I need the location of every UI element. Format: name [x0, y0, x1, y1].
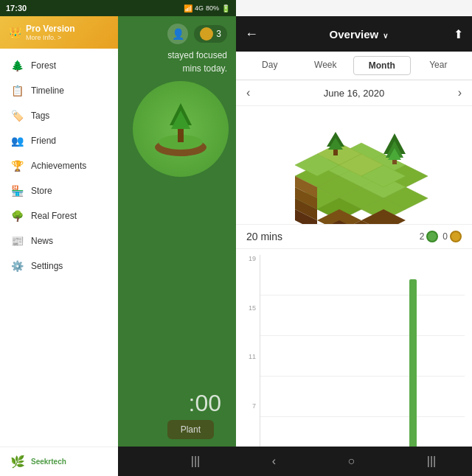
- sidebar-label-store: Store: [31, 186, 52, 196]
- bottom-nav-right: ‹ ○ |||: [236, 447, 472, 476]
- grid-line-2: [260, 376, 465, 377]
- sidebar-item-tags[interactable]: 🏷️ Tags: [0, 103, 118, 128]
- sidebar-footer: 🌿 Seekrtech: [0, 447, 118, 476]
- settings-icon: ⚙️: [10, 260, 24, 272]
- y-label-11: 11: [243, 353, 258, 360]
- left-panel: 17:30 📶 4G 80% 🔋 👑 Pro Version More Info…: [0, 0, 236, 476]
- news-icon: 📰: [10, 235, 24, 247]
- chart-plot: ● ● ● ● ● ● ● ● ● ● ● ● ● ● ● ● ● ● ● ● …: [260, 255, 465, 458]
- y-label-19: 19: [243, 255, 258, 262]
- y-axis: 3 7 11 15 19: [243, 255, 258, 458]
- tab-day[interactable]: Day: [242, 56, 298, 75]
- chart-inner: 3 7 11 15 19 ● ● ●: [243, 255, 465, 473]
- tab-week[interactable]: Week: [298, 56, 354, 75]
- avatar[interactable]: 👤: [167, 24, 188, 44]
- tags-icon: 🏷️: [10, 110, 24, 122]
- sidebar-item-settings[interactable]: ⚙️ Settings: [0, 253, 118, 279]
- tree-count-badge: 2: [420, 231, 439, 242]
- tree-illustration: [151, 99, 210, 158]
- sidebar-label-tags: Tags: [31, 111, 49, 121]
- period-tabs: Day Week Month Year: [236, 52, 472, 80]
- sidebar-label-friend: Friend: [31, 136, 56, 146]
- sidebar-label-realforest: Real Forest: [31, 211, 77, 221]
- focus-subtext: mins today.: [183, 63, 227, 74]
- timeline-icon: 📋: [10, 85, 24, 97]
- sidebar-label-news: News: [31, 236, 53, 246]
- pro-subtitle: More Info. >: [26, 34, 75, 41]
- sidebar-item-news[interactable]: 📰 News: [0, 228, 118, 253]
- store-icon: 🏪: [10, 185, 24, 197]
- sidebar-label-achievements: Achievements: [31, 161, 86, 171]
- sidebar-label-timeline: Timeline: [31, 85, 64, 96]
- date-navigation: ‹ June 16, 2020 ›: [236, 80, 472, 106]
- friend-icon: 👥: [10, 135, 24, 147]
- yellow-tree-icon: [450, 231, 462, 242]
- tab-month[interactable]: Month: [353, 56, 411, 75]
- dead-count-badge: 0: [442, 231, 462, 242]
- plant-button[interactable]: Plant: [167, 420, 214, 439]
- sidebar-nav: 🌲 Forest 📋 Timeline 🏷️ Tags 👥 Friend 🏆: [0, 49, 118, 447]
- y-label-15: 15: [243, 304, 258, 312]
- stats-row: 20 mins 2 0: [236, 224, 472, 249]
- pro-banner[interactable]: 👑 Pro Version More Info. >: [0, 16, 118, 49]
- timer-display: :00: [189, 390, 221, 417]
- grid-line-4: [260, 295, 465, 295]
- isometric-forest: [280, 113, 428, 217]
- left-status-icons: 📶 4G 80% 🔋: [184, 4, 230, 13]
- overview-chevron-icon: ∨: [383, 32, 388, 40]
- forest-circle: [133, 81, 229, 177]
- back-button[interactable]: ←: [245, 27, 258, 42]
- grid-line-3: [260, 335, 465, 336]
- sidebar-label-settings: Settings: [31, 261, 63, 271]
- seekrtech-brand: Seekrtech: [31, 458, 66, 466]
- grid-line-1: [260, 416, 465, 417]
- sidebar-label-forest: Forest: [31, 60, 56, 71]
- sidebar-item-store[interactable]: 🏪 Store: [0, 178, 118, 203]
- minutes-stat: 20 mins: [246, 231, 420, 242]
- coin-icon: [200, 27, 213, 41]
- seekrtech-icon: 🌿: [10, 455, 25, 469]
- share-button[interactable]: ⬆: [454, 27, 463, 41]
- coin-group: 3: [194, 25, 227, 43]
- prev-date-button[interactable]: ‹: [246, 86, 250, 99]
- coin-count: 3: [216, 29, 221, 39]
- forest-visual: [236, 106, 472, 224]
- recents-nav-icon-right[interactable]: |||: [427, 455, 436, 468]
- green-tree-icon: [426, 231, 438, 242]
- tab-year[interactable]: Year: [411, 56, 467, 75]
- pro-title: Pro Version: [26, 24, 75, 34]
- sidebar-item-timeline[interactable]: 📋 Timeline: [0, 78, 118, 103]
- recents-nav-icon[interactable]: |||: [191, 455, 200, 468]
- sidebar: 👑 Pro Version More Info. > 🌲 Forest 📋 Ti…: [0, 0, 118, 476]
- chart-area: 3 7 11 15 19 ● ● ●: [236, 249, 472, 476]
- focus-text: stayed focused: [167, 50, 227, 60]
- chart-bar-18: [409, 279, 417, 458]
- left-time: 17:30: [6, 4, 27, 13]
- back-nav-icon-right[interactable]: ‹: [272, 455, 276, 468]
- achievements-icon: 🏆: [10, 160, 24, 172]
- current-date: June 16, 2020: [324, 88, 384, 99]
- sidebar-item-forest[interactable]: 🌲 Forest: [0, 53, 118, 78]
- svg-rect-2: [178, 129, 184, 142]
- realforest-icon: 🌳: [10, 210, 24, 222]
- sidebar-item-achievements[interactable]: 🏆 Achievements: [0, 153, 118, 178]
- sidebar-item-realforest[interactable]: 🌳 Real Forest: [0, 203, 118, 228]
- overview-title: Overview ∨: [264, 28, 454, 41]
- sidebar-item-friend[interactable]: 👥 Friend: [0, 128, 118, 153]
- status-bar-left: 17:30 📶 4G 80% 🔋: [0, 0, 236, 16]
- right-panel: 23:33 🔔 📶 44% 🔋 ← Overview ∨ ⬆ Day Week: [236, 0, 472, 476]
- next-date-button[interactable]: ›: [458, 86, 462, 99]
- stats-icons: 2 0: [420, 231, 462, 242]
- crown-icon: 👑: [9, 27, 21, 38]
- y-label-7: 7: [243, 402, 258, 410]
- home-nav-icon-right[interactable]: ○: [348, 455, 355, 468]
- forest-icon: 🌲: [10, 60, 24, 71]
- iso-grid-svg: [280, 113, 442, 224]
- right-header: ← Overview ∨ ⬆: [236, 16, 472, 52]
